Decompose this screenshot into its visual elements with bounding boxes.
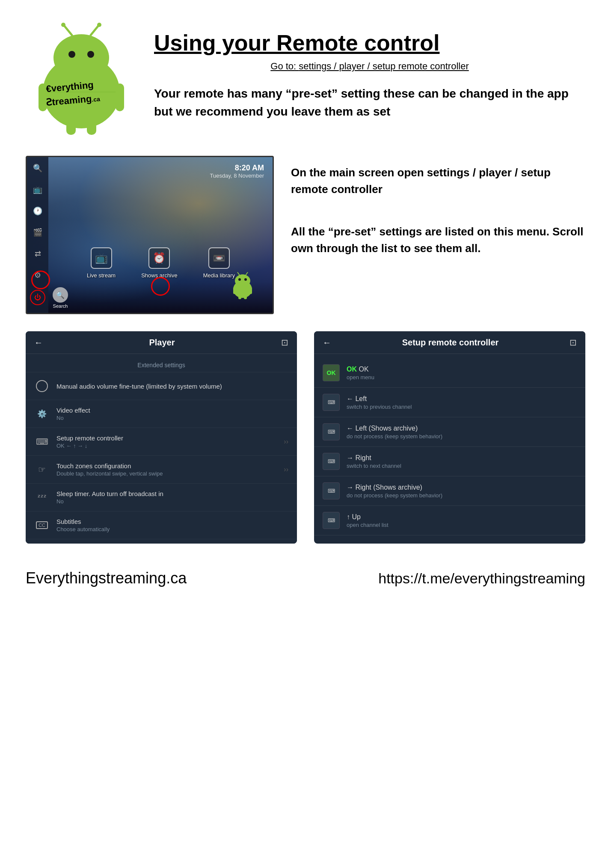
svg-rect-24 [244,296,247,299]
svg-point-3 [87,51,94,58]
up-action: ↑ Up [347,513,389,521]
zzz-icon: ᶻᶻᶻ [38,493,47,502]
touch-value: Double tap, horizontal swipe, vertical s… [56,470,277,477]
svg-line-6 [91,26,98,35]
touch-name: Touch zones configuration [56,462,277,470]
sidebar-history-icon: 🕐 [31,204,44,218]
main-screenshot: 🔍 📺 🕐 🎬 ⇄ ⚙ ⏻ 8:20 AM Tuesday, 8 Novembe… [26,156,274,314]
red-circle-power [31,271,50,289]
right-key-icon: ⌨ [323,453,340,470]
sidebar-arrows-icon: ⇄ [31,247,44,261]
subtitle-link: Go to: settings / player / setup remote … [154,61,585,72]
remote-row-ok: OK OK OK open menu [314,358,585,388]
video-value: No [56,415,288,421]
sidebar-film-icon: 🎬 [31,226,44,239]
remote-panel-header: ← Setup remote controller ⊡ [314,331,585,354]
left-desc: switch to previous channel [347,404,412,410]
ok-desc: open menu [347,374,374,380]
footer-telegram: https://t.me/everythingstreaming [378,570,585,587]
left-archive-key-icon: ⌨ [323,423,340,440]
setting-row-touch[interactable]: ☞ Touch zones configuration Double tap, … [26,456,297,484]
remote-panel-icon: ⊡ [569,337,577,348]
main-title: Using your Remote control [154,30,585,56]
remote-back-arrow[interactable]: ← [323,338,331,348]
left-archive-action: ← Left (Shows archive) [347,425,442,432]
player-back-arrow[interactable]: ← [34,338,43,348]
hand-icon: ☞ [38,464,46,475]
sidebar-icons: 🔍 📺 🕐 🎬 ⇄ ⚙ ⏻ [27,157,48,313]
svg-rect-22 [249,287,252,294]
subtitles-icon: CC [34,517,50,533]
side-text-1: On the main screen open settings / playe… [291,164,585,198]
sleep-value: No [56,498,288,505]
right-content: → Right switch to next channel [347,454,401,469]
audio-content: Manual audio volume fine-tune (limited b… [56,383,288,390]
svg-line-20 [246,272,248,275]
left-archive-content: ← Left (Shows archive) do not process (k… [347,425,442,440]
remote-row-left: ⌨ ← Left switch to previous channel [314,388,585,417]
footer-section: Everythingstreaming.ca https://t.me/ever… [26,561,585,596]
header-text: Using your Remote control Go to: setting… [154,17,585,121]
svg-line-4 [64,26,72,35]
touch-icon: ☞ [34,462,50,477]
audio-icon [34,378,50,394]
up-content: ↑ Up open channel list [347,513,389,528]
svg-rect-9 [116,83,124,111]
remote-arrow-icon: ›› [284,438,288,446]
circle-icon [36,380,48,392]
setting-row-subtitles: CC Subtitles Choose automatically [26,511,297,539]
left-archive-desc: do not process (keep system behavior) [347,433,442,440]
search-label: Search [53,303,68,309]
left-action: ← Left [347,395,412,403]
svg-rect-21 [233,287,236,294]
page-wrapper: €verything Ƨtreaming.ca Using your Remot… [0,0,611,868]
player-panel: ← Player ⊡ Extended settings Manual audi… [26,331,297,544]
media-library-icon: 📼 [208,247,230,269]
setting-row-audio: Manual audio volume fine-tune (limited b… [26,372,297,400]
svg-line-19 [237,272,240,275]
wrench-icon: ⚙️ [37,409,47,419]
mini-android-mascot [230,270,255,300]
right-archive-action: → Right (Shows archive) [347,484,442,491]
remote-content: Setup remote controller OK ← ↑ → ↓ [56,434,277,449]
left-content: ← Left switch to previous channel [347,395,412,410]
cc-icon: CC [36,521,48,529]
date-text: Tuesday, 8 November [210,172,264,179]
sidebar-search-icon: 🔍 [31,161,44,175]
remote-row-right-archive: ⌨ → Right (Shows archive) do not process… [314,476,585,506]
video-name: Video effect [56,407,288,414]
video-content: Video effect No [56,407,288,421]
player-panel-icon: ⊡ [281,337,288,348]
player-panel-header: ← Player ⊡ [26,331,297,354]
setting-row-remote[interactable]: ⌨ Setup remote controller OK ← ↑ → ↓ ›› [26,428,297,456]
svg-point-5 [61,23,65,27]
remote-panel-title: Setup remote controller [402,338,499,348]
player-panel-title: Player [149,338,175,348]
svg-point-1 [53,34,109,81]
up-key-icon: ⌨ [323,512,340,529]
remote-row-left-archive: ⌨ ← Left (Shows archive) do not process … [314,417,585,447]
svg-rect-11 [87,122,96,135]
right-desc: switch to next channel [347,463,401,469]
video-icon: ⚙️ [34,406,50,422]
svg-point-7 [97,23,101,27]
sleep-icon: ᶻᶻᶻ [34,490,50,505]
live-stream-icon: 📺 [91,247,112,269]
red-circle-search [151,277,170,296]
remote-name: Setup remote controller [56,434,277,442]
player-panel-body: Extended settings Manual audio volume fi… [26,354,297,544]
android-logo: €verything Ƨtreaming.ca [26,17,137,139]
touch-content: Touch zones configuration Double tap, ho… [56,462,277,477]
setting-row-sleep: ᶻᶻᶻ Sleep timer. Auto turn off broadcast… [26,484,297,511]
right-action: → Right [347,454,401,462]
remote-panel: ← Setup remote controller ⊡ OK OK OK ope… [314,331,585,544]
player-section-label: Extended settings [26,358,297,372]
sidebar-tv-icon: 📺 [31,183,44,196]
menu-item-archive: ⏰ Shows archive [141,247,178,279]
footer-website: Everythingstreaming.ca [26,569,187,587]
remote-row-right: ⌨ → Right switch to next channel [314,447,585,476]
audio-name: Manual audio volume fine-tune (limited b… [56,383,288,390]
svg-point-2 [68,51,75,58]
main-content: 🔍 📺 🕐 🎬 ⇄ ⚙ ⏻ 8:20 AM Tuesday, 8 Novembe… [26,156,585,314]
sleep-name: Sleep timer. Auto turn off broadcast in [56,490,288,497]
